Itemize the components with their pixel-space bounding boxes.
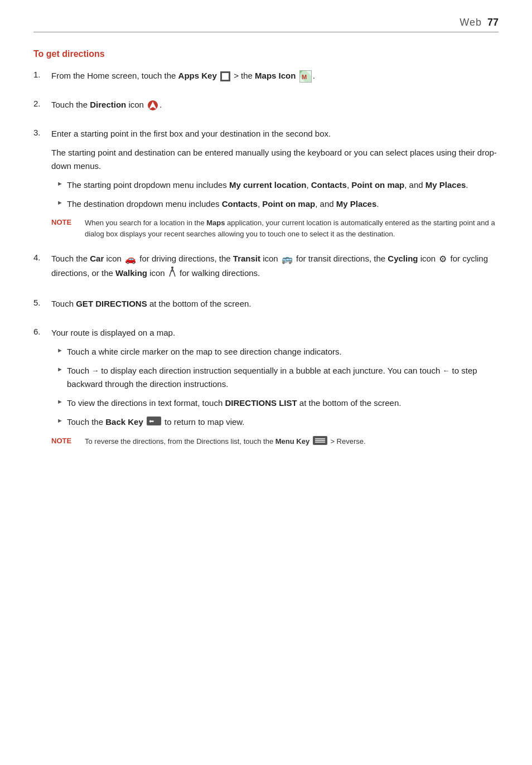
arrow-right-icon: → bbox=[91, 365, 99, 377]
step-4-num: 4. bbox=[33, 252, 51, 262]
svg-rect-8 bbox=[224, 78, 226, 80]
svg-rect-9 bbox=[226, 78, 229, 80]
step-6-note-text: To reverse the directions, from the Dire… bbox=[85, 436, 366, 448]
bullet-arrow-icon: ► bbox=[57, 396, 67, 405]
step-4: 4. Touch the Car icon 🚗 for driving dire… bbox=[33, 252, 499, 287]
svg-text:M: M bbox=[302, 74, 307, 80]
step-5-text: Touch GET DIRECTIONS at the bottom of th… bbox=[51, 297, 499, 311]
bullet-arrow-icon: ► bbox=[57, 178, 67, 187]
menu-key-icon bbox=[313, 436, 327, 448]
bullet-item: ► Touch the Back Key ⬅ to return to map … bbox=[57, 415, 499, 429]
transit-icon: 🚌 bbox=[282, 252, 293, 267]
step-3: 3. Enter a starting point in the first b… bbox=[33, 127, 499, 242]
svg-rect-7 bbox=[222, 78, 224, 80]
svg-rect-2 bbox=[224, 73, 226, 75]
walking-label: Walking bbox=[115, 268, 147, 278]
step-6-num: 6. bbox=[33, 326, 51, 336]
section-label: Web bbox=[460, 17, 482, 28]
step-6-bullet-2: Touch → to display each direction instru… bbox=[67, 364, 499, 391]
bullet-item: ► The destination dropdown menu includes… bbox=[57, 197, 499, 211]
page-header: Web 77 bbox=[33, 17, 499, 32]
step-2: 2. Touch the Direction icon . bbox=[33, 98, 499, 117]
svg-line-19 bbox=[170, 273, 171, 277]
cycling-label: Cycling bbox=[388, 254, 418, 263]
step-5-content: Touch GET DIRECTIONS at the bottom of th… bbox=[51, 297, 499, 316]
bullet-item: ► Touch → to display each direction inst… bbox=[57, 364, 499, 391]
step-3-main: Enter a starting point in the first box … bbox=[51, 127, 499, 141]
svg-rect-3 bbox=[226, 73, 229, 75]
svg-line-20 bbox=[174, 273, 175, 277]
bullet-item: ► Touch a white circle marker on the map… bbox=[57, 345, 499, 359]
step-6-note: NOTE To reverse the directions, from the… bbox=[51, 436, 499, 448]
step-2-text: Touch the Direction icon . bbox=[51, 98, 499, 112]
bullet-arrow-icon: ► bbox=[57, 197, 67, 206]
step-6-bullet-1: Touch a white circle marker on the map t… bbox=[67, 345, 342, 359]
get-directions-label: GET DIRECTIONS bbox=[76, 299, 147, 308]
note-label: NOTE bbox=[51, 436, 85, 448]
direction-icon bbox=[147, 100, 158, 111]
bullet-item: ► To view the directions in text format,… bbox=[57, 396, 499, 410]
step-1-content: From the Home screen, touch the Apps Key… bbox=[51, 69, 499, 88]
section-title: To get directions bbox=[33, 49, 499, 59]
bullet-item: ► The starting point dropdown menu inclu… bbox=[57, 178, 499, 192]
maps-icon: M bbox=[299, 70, 312, 83]
transit-label: Transit bbox=[233, 254, 260, 263]
step-5: 5. Touch GET DIRECTIONS at the bottom of… bbox=[33, 297, 499, 316]
note-label: NOTE bbox=[51, 217, 85, 239]
walking-icon bbox=[168, 267, 176, 282]
svg-rect-6 bbox=[226, 75, 229, 78]
step-3-bullets: ► The starting point dropdown menu inclu… bbox=[57, 178, 499, 211]
step-3-sub: The starting point and destination can b… bbox=[51, 146, 499, 173]
car-label: Car bbox=[90, 254, 104, 263]
cycling-icon: ⚙ bbox=[439, 252, 447, 267]
step-5-num: 5. bbox=[33, 297, 51, 307]
car-icon: 🚗 bbox=[125, 252, 136, 267]
step-6: 6. Your route is displayed on a map. ► T… bbox=[33, 326, 499, 451]
step-6-content: Your route is displayed on a map. ► Touc… bbox=[51, 326, 499, 451]
apps-key-icon bbox=[220, 71, 230, 81]
step-6-bullet-3: To view the directions in text format, t… bbox=[67, 396, 401, 410]
bullet-2-text: The destination dropdown menu includes C… bbox=[67, 197, 379, 211]
step-1-text: From the Home screen, touch the Apps Key… bbox=[51, 69, 499, 83]
step-1-num: 1. bbox=[33, 69, 51, 79]
svg-rect-1 bbox=[222, 73, 224, 75]
svg-text:⬅: ⬅ bbox=[149, 418, 154, 424]
step-6-bullet-4: Touch the Back Key ⬅ to return to map vi… bbox=[67, 415, 245, 429]
apps-key-label: Apps Key bbox=[178, 71, 217, 80]
note-text: When you search for a location in the Ma… bbox=[85, 217, 499, 239]
bullet-1-text: The starting point dropdown menu include… bbox=[67, 178, 468, 192]
svg-point-16 bbox=[171, 267, 173, 269]
step-2-num: 2. bbox=[33, 98, 51, 108]
step-3-num: 3. bbox=[33, 127, 51, 137]
maps-icon-label: Maps Icon bbox=[255, 71, 296, 80]
page-number: 77 bbox=[487, 17, 499, 28]
step-4-content: Touch the Car icon 🚗 for driving directi… bbox=[51, 252, 499, 287]
step-6-main: Your route is displayed on a map. bbox=[51, 326, 499, 340]
step-1: 1. From the Home screen, touch the Apps … bbox=[33, 69, 499, 88]
bullet-arrow-icon: ► bbox=[57, 415, 67, 424]
step-2-content: Touch the Direction icon . bbox=[51, 98, 499, 117]
step-6-bullets: ► Touch a white circle marker on the map… bbox=[57, 345, 499, 429]
direction-label: Direction bbox=[90, 100, 126, 109]
arrow-left-icon: ← bbox=[442, 365, 449, 377]
bullet-arrow-icon: ► bbox=[57, 345, 67, 354]
step-3-note: NOTE When you search for a location in t… bbox=[51, 217, 499, 239]
svg-rect-5 bbox=[224, 75, 226, 78]
back-key-icon: ⬅ bbox=[147, 416, 161, 429]
bullet-arrow-icon: ► bbox=[57, 364, 67, 372]
svg-rect-4 bbox=[222, 75, 224, 78]
page: Web 77 To get directions 1. From the Hom… bbox=[0, 0, 532, 494]
step-4-text: Touch the Car icon 🚗 for driving directi… bbox=[51, 252, 499, 282]
step-3-content: Enter a starting point in the first box … bbox=[51, 127, 499, 242]
